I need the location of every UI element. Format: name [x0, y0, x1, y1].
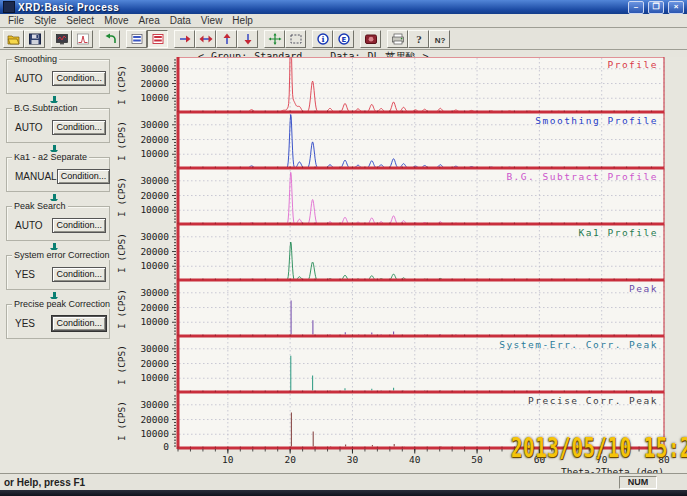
svg-text:20000: 20000 [140, 358, 169, 369]
toolbar-group [360, 30, 381, 48]
toolbar: iE?N? [0, 28, 687, 50]
step-title: Precise peak Correction [12, 299, 112, 309]
svg-text:E: E [341, 35, 346, 43]
chart-panel-5: 100002000030000I (CPS)Peak [116, 281, 664, 337]
svg-text:20000: 20000 [140, 78, 169, 89]
execute-icon[interactable]: E [333, 30, 354, 48]
step-title: B.G.Subtraction [12, 103, 80, 113]
help-icon[interactable]: ? [408, 30, 429, 48]
svg-text:30000: 30000 [140, 399, 169, 410]
menu-item-area[interactable]: Area [136, 15, 167, 26]
svg-text:30000: 30000 [140, 287, 169, 298]
toolbar-group [264, 30, 306, 48]
panel-label-3: B.G. Subtract Profile [506, 171, 658, 182]
svg-text:30000: 30000 [140, 63, 169, 74]
condition-button[interactable]: Condition... [52, 218, 106, 233]
menu-item-data[interactable]: Data [167, 15, 198, 26]
svg-text:I (CPS): I (CPS) [116, 121, 127, 161]
svg-text:I (CPS): I (CPS) [116, 401, 127, 441]
svg-text:20000: 20000 [140, 246, 169, 257]
arrow-up-icon[interactable] [216, 30, 237, 48]
chart-svg: 100002000030000I (CPS)Profile10000200003… [112, 57, 672, 477]
condition-button[interactable]: Condition... [52, 267, 106, 282]
frame-single-icon[interactable] [126, 30, 147, 48]
step-title: Smoothing [12, 54, 59, 64]
save-icon[interactable] [24, 30, 45, 48]
svg-text:10: 10 [222, 454, 234, 465]
step-title: System error Correction [12, 250, 112, 260]
menu-item-file[interactable]: File [5, 15, 31, 26]
snapshot-icon[interactable] [360, 30, 381, 48]
step-mode-value: YES [15, 269, 35, 280]
undo-icon[interactable] [99, 30, 120, 48]
chart-panel-2: 100002000030000I (CPS)Smoothing Profile [116, 113, 664, 169]
condition-button[interactable]: Condition... [57, 169, 111, 184]
pan-icon[interactable] [264, 30, 285, 48]
menu-bar: FileStyleSelectMoveAreaDataViewHelp [0, 14, 687, 28]
peak-profile-icon[interactable] [72, 30, 93, 48]
process-step: SmoothingAUTOCondition... [6, 59, 110, 94]
svg-text:30000: 30000 [140, 231, 169, 242]
step-title: Ka1 - a2 Separate [12, 152, 89, 162]
chart-panel-4: 100002000030000I (CPS)Ka1 Profile [116, 225, 664, 281]
toolbar-group [3, 30, 45, 48]
svg-text:I (CPS): I (CPS) [116, 289, 127, 329]
svg-text:0: 0 [163, 441, 169, 452]
process-step: B.G.SubtractionAUTOCondition... [6, 108, 110, 143]
svg-text:20000: 20000 [140, 190, 169, 201]
step-mode-value: AUTO [15, 220, 43, 231]
svg-text:N?: N? [434, 35, 445, 44]
arrow-down-icon[interactable] [237, 30, 258, 48]
panel-label-2: Smoothing Profile [535, 115, 658, 126]
context-help-icon[interactable]: N? [429, 30, 450, 48]
toolbar-group [51, 30, 93, 48]
chart-panel-1: 100002000030000I (CPS)Profile [116, 57, 664, 113]
window-title: XRD:Basic Process [18, 2, 624, 13]
toolbar-group [174, 30, 258, 48]
minimize-button[interactable]: – [628, 1, 644, 14]
close-button[interactable]: × [668, 1, 684, 14]
arrow-span-icon[interactable] [195, 30, 216, 48]
toolbar-group: ?N? [387, 30, 450, 48]
menu-item-help[interactable]: Help [229, 15, 260, 26]
zoom-rect-icon[interactable] [285, 30, 306, 48]
restore-button[interactable]: ❐ [648, 1, 664, 14]
step-mode-value: AUTO [15, 73, 43, 84]
svg-text:I (CPS): I (CPS) [116, 177, 127, 217]
svg-text:10000: 10000 [140, 260, 169, 271]
svg-text:I (CPS): I (CPS) [116, 345, 127, 385]
svg-text:40: 40 [409, 454, 421, 465]
chart-area: 100002000030000I (CPS)Profile10000200003… [112, 57, 672, 481]
condition-button[interactable]: Condition... [52, 71, 106, 86]
title-bar: XRD:Basic Process – ❐ × [0, 0, 687, 14]
menu-item-select[interactable]: Select [63, 15, 101, 26]
panel-label-4: Ka1 Profile [579, 227, 658, 238]
print-icon[interactable] [387, 30, 408, 48]
svg-text:20: 20 [284, 454, 296, 465]
frame-multi-icon[interactable] [147, 30, 168, 48]
svg-text:20000: 20000 [140, 302, 169, 313]
svg-text:30: 30 [347, 454, 359, 465]
application-window: XRD:Basic Process – ❐ × FileStyleSelectM… [0, 0, 687, 490]
step-mode-value: MANUAL [15, 171, 57, 182]
info-icon[interactable]: i [312, 30, 333, 48]
photo-edge-strip [0, 490, 687, 496]
svg-text:I (CPS): I (CPS) [116, 65, 127, 105]
svg-text:10000: 10000 [140, 316, 169, 327]
menu-item-style[interactable]: Style [31, 15, 63, 26]
condition-button[interactable]: Condition... [52, 120, 106, 135]
arrow-right-icon[interactable] [174, 30, 195, 48]
svg-text:20000: 20000 [140, 414, 169, 425]
status-bar: or Help, press F1 NUM [0, 473, 687, 490]
num-lock-indicator: NUM [619, 476, 657, 489]
menu-item-move[interactable]: Move [101, 15, 135, 26]
display-icon[interactable] [51, 30, 72, 48]
toolbar-group [126, 30, 168, 48]
condition-button[interactable]: Condition... [52, 316, 106, 331]
menu-item-view[interactable]: View [198, 15, 230, 26]
open-icon[interactable] [3, 30, 24, 48]
svg-text:?: ? [416, 33, 422, 45]
process-step: Peak SearchAUTOCondition... [6, 206, 110, 241]
panel-label-5: Peak [629, 283, 658, 294]
chart-panel-3: 100002000030000I (CPS)B.G. Subtract Prof… [116, 169, 664, 225]
